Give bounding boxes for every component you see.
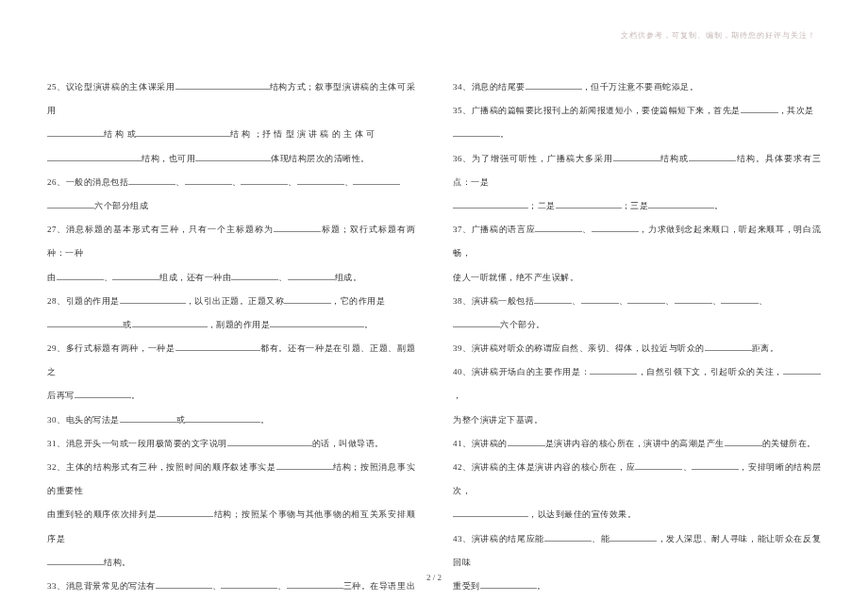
question-40-cont: 为整个演讲定下基调。 [453,409,821,432]
question-36-cont: ；二是；三是。 [453,194,821,218]
question-29-cont: 后再写。 [47,384,415,408]
question-28-cont: 或，副题的作用是。 [47,313,415,337]
blank [274,223,321,232]
q30-text-c: 。 [260,415,270,425]
q26-text-d: 、 [288,177,297,187]
q26-text-f: 六个部分组成 [94,201,148,210]
blank [284,294,331,304]
blank [689,152,736,161]
blank [453,318,500,327]
blank [175,80,270,90]
q28-text-b: ，以引出正题。正题又称 [186,296,285,306]
blank [508,437,545,446]
q32-text-e: 结构。 [104,558,131,567]
question-31: 31、消息开头一句或一段用极简要的文字说明的话，叫做导语。 [47,432,415,456]
question-28: 28、引题的作用是，以引出正题。正题又称，它的作用是 [47,290,415,313]
q36-text-f: 。 [714,201,724,210]
q41-text-c: 的关键所在。 [762,439,816,448]
question-27-cont: 由、组成，还有一种由、组成。 [47,266,415,290]
blank [227,437,312,446]
blank [453,508,528,517]
question-35: 35、广播稿的篇幅要比报刊上的新闻报道短小，要使篇幅短下来，首先是，其次是 [453,99,821,123]
q43-text-d: 重受到 [453,581,480,591]
blank [613,152,660,161]
blank [75,389,131,398]
q37-text-a: 37、广播稿的语言应 [453,225,535,234]
q35-text-a: 35、广播稿的篇幅要比报刊上的新闻报道短小，要使篇幅短下来，首先是 [453,106,741,115]
q35-text-b: ，其次是 [778,106,814,115]
q27-text-e: 组成，还有一种由 [159,273,231,282]
blank [288,271,335,280]
question-38: 38、演讲稿一般包括、、、、、 [453,290,821,313]
q30-text-b: 或 [176,415,186,425]
q37-text-d: 使人一听就懂，绝不产生误解。 [453,273,578,282]
q36-text-b: 结构或 [660,154,689,163]
blank [635,460,682,470]
q26-text-c: 、 [232,177,242,187]
blank [705,342,752,351]
q39-text-b: 距离。 [752,343,779,353]
blank [128,175,175,185]
blank [353,175,400,185]
q26-text-e: 、 [344,177,354,187]
q25-text-a: 25、议论型演讲稿的主体课采用 [47,82,175,92]
q33-text-c: 、 [277,581,287,591]
blank [47,199,94,209]
question-34: 34、消息的结尾要，但千万注意不要画蛇添足。 [453,75,821,99]
q38-text-a: 38、演讲稿一般包括 [453,296,534,306]
blank [590,365,637,375]
question-32-cont1: 由重到轻的顺序依次排列是结构；按照某个事物与其他事物的相互关系安排顺序是 [47,503,415,550]
blank [47,127,104,137]
q25-text-e: 结构，也可用 [142,154,195,163]
q27-text-a: 27、消息标题的基本形式有三种，只有一个主标题称为 [47,225,274,234]
blank [270,318,364,327]
q28-text-c: ，它的作用是 [331,296,385,306]
question-36: 36、为了增强可听性，广播稿大多采用结构或结构。具体要求有三点：一是 [453,147,821,194]
question-37-cont: 使人一听就懂，绝不产生误解。 [453,266,821,290]
blank [675,294,712,304]
blank [136,127,230,137]
q34-text-a: 34、消息的结尾要 [453,82,526,92]
blank [783,365,821,375]
blank [592,223,639,232]
q25-text-c: 结 构 或 [104,129,136,139]
q43-text-a: 43、演讲稿的结尾应能 [453,534,544,543]
q36-text-d: ；二是 [528,201,556,210]
blank [175,342,260,351]
q25-text-d: 结 构 ；抒 情 型 演 讲 稿 的 主 体 可 [230,129,376,139]
question-25: 25、议论型演讲稿的主体课采用结构方式；叙事型演讲稿的主体可采用 [47,75,415,123]
blank [556,199,622,209]
q28-text-d: 或 [123,320,132,329]
question-32: 32、主体的结构形式有三种，按照时间的顺序叙述事实是结构；按照消息事实的重要性 [47,456,415,503]
blank [57,271,104,280]
question-30: 30、电头的写法是或。 [47,409,415,432]
blank [157,508,213,517]
q29-text-d: 。 [131,391,141,400]
q37-text-b: 、 [582,225,592,234]
q41-text-b: 是演讲内容的核心所在，演讲中的高潮是产生 [545,439,725,448]
q38-text-f: 、 [759,296,768,306]
q36-text-a: 36、为了增强可听性，广播稿大多采用 [453,154,613,163]
q43-text-e: 。 [537,581,546,591]
q26-text-b: 、 [175,177,185,187]
q40-text-c: ， [453,391,462,400]
page-number: 2 / 2 [426,573,442,582]
q38-text-e: 、 [712,296,722,306]
question-43: 43、演讲稿的结尾应能、能，发人深思、耐人寻味，能让听众在反复回味 [453,527,821,575]
q33-text-b: 、 [212,581,222,591]
question-25-cont1: 结 构 或结 构 ；抒 情 型 演 讲 稿 的 主 体 可 [47,123,415,146]
q40-text-d: 为整个演讲定下基调。 [453,415,542,425]
q32-text-c: 由重到轻的顺序依次排列是 [47,509,157,519]
question-38-cont: 六个部分。 [453,313,821,337]
header-reference-note: 文档供参考，可复制、编制，期待您的好评与关注！ [621,30,816,41]
blank [195,152,271,161]
question-39: 39、演讲稿对听众的称谓应自然、亲切、得体，以拉近与听众的距离。 [453,337,821,360]
q32-text-a: 32、主体的结构形式有三种，按照时间的顺序叙述事实是 [47,462,276,472]
question-37: 37、广播稿的语言应、，力求做到念起来顺口，听起来顺耳，明白流畅， [453,218,821,265]
question-35-cont: 。 [453,123,821,146]
blank [276,460,333,470]
blank [185,413,260,423]
blank [120,294,186,304]
blank [47,556,104,565]
q29-text-c: 后再写 [47,391,75,400]
